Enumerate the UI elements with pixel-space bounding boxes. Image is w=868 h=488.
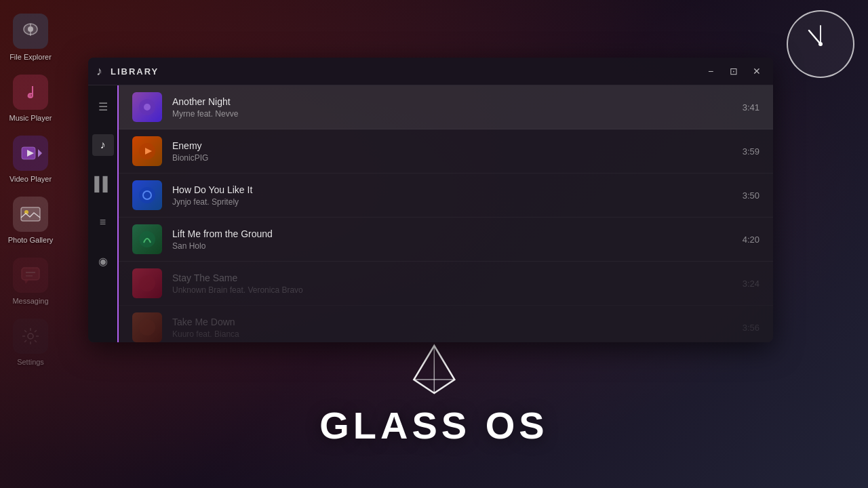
track-name: How Do You Like It: [172, 184, 732, 195]
track-name: Enemy: [172, 140, 732, 151]
svg-point-22: [139, 187, 155, 203]
svg-rect-10: [22, 268, 39, 280]
track-thumbnail: [132, 268, 162, 298]
table-row[interactable]: Stay The Same Unknown Brain feat. Veroni…: [119, 262, 773, 306]
track-info: Enemy BionicPIG: [172, 140, 732, 163]
messaging-label: Messaging: [12, 297, 48, 305]
track-duration: 3:56: [743, 323, 760, 333]
sidebar-item-settings[interactable]: Settings: [13, 319, 48, 366]
music-player-window: ♪ LIBRARY − ⊡ ✕ ☰ ♪ ▌▌ ≡ ◉ Another Night: [88, 58, 773, 342]
track-info: Another Night Myrne feat. Nevve: [172, 96, 732, 119]
track-artist: Kuuro feat. Bianca: [172, 329, 732, 339]
sidebar-item-video-player[interactable]: Video Player: [9, 136, 52, 183]
window-title: LIBRARY: [111, 66, 694, 77]
maximize-button[interactable]: ⊡: [726, 63, 742, 79]
close-button[interactable]: ✕: [749, 63, 765, 79]
nav-chart[interactable]: ▌▌: [92, 173, 114, 195]
music-player-icon: [13, 75, 48, 110]
track-duration: 3:41: [743, 102, 760, 113]
window-controls: − ⊡ ✕: [703, 63, 765, 79]
settings-label: Settings: [17, 358, 44, 366]
photo-gallery-icon: [13, 197, 48, 232]
track-thumbnail: [132, 180, 162, 210]
track-thumbnail: [132, 136, 162, 166]
track-info: Stay The Same Unknown Brain feat. Veroni…: [172, 272, 732, 295]
svg-point-19: [144, 104, 151, 110]
track-name: Take Me Down: [172, 317, 732, 327]
window-titlebar: ♪ LIBRARY − ⊡ ✕: [88, 58, 773, 85]
sidebar: File Explorer Music Player Video Player: [0, 0, 61, 488]
nav-panel: ☰ ♪ ▌▌ ≡ ◉: [88, 85, 119, 342]
window-body: ☰ ♪ ▌▌ ≡ ◉ Another Night Myrne feat. Nev…: [88, 85, 773, 342]
nav-music-note[interactable]: ♪: [92, 134, 114, 156]
table-row[interactable]: Lift Me from the Ground San Holo 4:20: [119, 218, 773, 262]
track-thumbnail: [132, 92, 162, 122]
svg-point-26: [139, 319, 155, 336]
svg-point-4: [28, 94, 32, 98]
track-thumbnail: [132, 224, 162, 254]
svg-line-31: [414, 346, 434, 380]
track-artist: Myrne feat. Nevve: [172, 109, 732, 119]
nav-playlist[interactable]: ≡: [92, 211, 114, 233]
svg-point-17: [818, 42, 823, 46]
track-name: Stay The Same: [172, 272, 732, 283]
svg-line-15: [809, 30, 821, 44]
track-duration: 3:24: [743, 279, 760, 289]
nav-disc[interactable]: ◉: [92, 250, 114, 272]
track-name: Lift Me from the Ground: [172, 228, 732, 239]
track-duration: 3:50: [743, 190, 760, 201]
settings-icon: [13, 319, 48, 354]
table-row[interactable]: Another Night Myrne feat. Nevve 3:41: [119, 85, 773, 129]
svg-point-25: [139, 275, 155, 291]
track-duration: 4:20: [743, 235, 760, 245]
track-artist: Unknown Brain feat. Veronica Bravo: [172, 285, 732, 295]
file-explorer-icon: [13, 14, 48, 49]
svg-point-14: [28, 333, 33, 339]
clock: [787, 10, 854, 78]
track-artist: BionicPIG: [172, 153, 732, 163]
messaging-icon: [13, 258, 48, 293]
table-row[interactable]: Enemy BionicPIG 3:59: [119, 129, 773, 174]
track-thumbnail: [132, 312, 162, 342]
video-player-label: Video Player: [9, 175, 52, 183]
sidebar-item-messaging[interactable]: Messaging: [12, 258, 48, 305]
svg-line-32: [434, 346, 454, 380]
track-artist: Jynjo feat. Spritely: [172, 197, 732, 207]
file-explorer-label: File Explorer: [9, 53, 52, 61]
sidebar-item-photo-gallery[interactable]: Photo Gallery: [8, 197, 54, 244]
brand-logo: [407, 342, 461, 396]
track-info: How Do You Like It Jynjo feat. Spritely: [172, 184, 732, 207]
music-player-label: Music Player: [9, 114, 52, 122]
branding-text: GLASS OS: [319, 403, 548, 447]
window-music-icon: ♪: [96, 64, 102, 79]
svg-marker-11: [24, 280, 28, 284]
track-info: Take Me Down Kuuro feat. Bianca: [172, 317, 732, 339]
svg-rect-8: [21, 207, 40, 221]
track-name: Another Night: [172, 96, 732, 107]
svg-point-1: [28, 26, 33, 32]
svg-marker-6: [38, 149, 42, 157]
track-list: Another Night Myrne feat. Nevve 3:41 Ene…: [119, 85, 773, 342]
photo-gallery-label: Photo Gallery: [8, 236, 54, 244]
track-artist: San Holo: [172, 241, 732, 251]
nav-hamburger[interactable]: ☰: [92, 96, 114, 117]
table-row[interactable]: Take Me Down Kuuro feat. Bianca 3:56: [119, 306, 773, 342]
table-row[interactable]: How Do You Like It Jynjo feat. Spritely …: [119, 174, 773, 218]
minimize-button[interactable]: −: [703, 63, 719, 79]
track-duration: 3:59: [743, 146, 760, 157]
video-player-icon: [13, 136, 48, 171]
sidebar-item-music-player[interactable]: Music Player: [9, 75, 52, 122]
track-info: Lift Me from the Ground San Holo: [172, 228, 732, 251]
sidebar-item-file-explorer[interactable]: File Explorer: [9, 14, 52, 61]
branding: GLASS OS: [319, 342, 548, 447]
